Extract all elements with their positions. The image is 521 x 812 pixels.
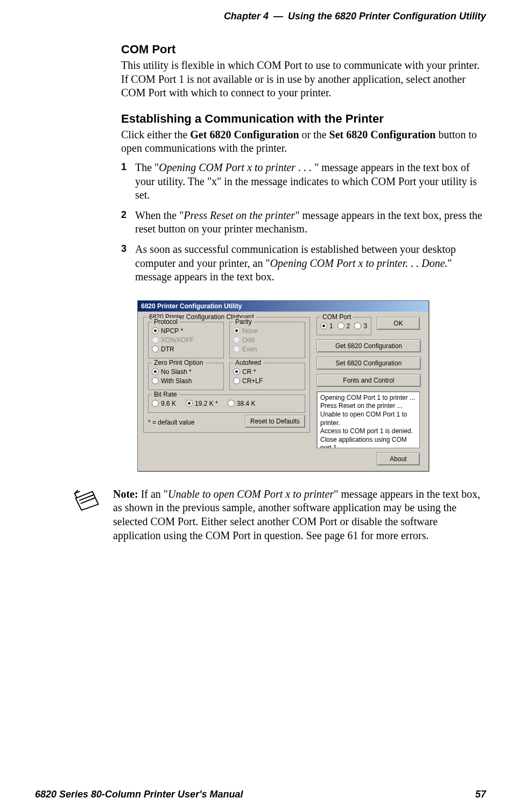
section-establish-heading: Establishing a Communication with the Pr… xyxy=(121,112,486,126)
page-number: 57 xyxy=(475,789,486,800)
fonts-control-button[interactable]: Fonts and Control xyxy=(316,374,421,387)
parity-label: Parity xyxy=(233,318,254,326)
radio-parity-even[interactable]: Even xyxy=(233,345,301,353)
radio-label: NPCP * xyxy=(161,327,183,335)
step-number: 3 xyxy=(121,243,126,255)
note-icon xyxy=(73,488,102,542)
radio-label: 2 xyxy=(347,322,350,330)
zero-label: Zero Print Option xyxy=(152,359,205,366)
autofeed-label: Autofeed xyxy=(233,359,263,366)
chapter-number: 4 xyxy=(263,11,269,22)
bitrate-label: Bit Rate xyxy=(152,391,179,398)
step-2: 2 When the "Press Reset on the printer" … xyxy=(121,209,486,236)
message-box: Opening COM Port 1 to printer ... Press … xyxy=(316,391,420,448)
radio-dtr[interactable]: DTR xyxy=(152,345,220,353)
msg-line: Unable to open COM Port 1 to printer. xyxy=(320,411,416,427)
bold-set-config: Set 6820 Configuration xyxy=(329,129,436,140)
italic-msg: Opening COM Port x to printer . . . xyxy=(159,161,314,173)
radio-icon xyxy=(233,345,240,352)
radio-label: With Slash xyxy=(161,377,192,385)
radio-label: None xyxy=(242,327,258,335)
radio-icon xyxy=(354,322,361,329)
radio-noslash[interactable]: No Slash * xyxy=(152,368,220,376)
text: If an " xyxy=(138,488,168,500)
msg-line: Press Reset on the printer ... xyxy=(320,402,416,411)
reset-defaults-button[interactable]: Reset to Defaults xyxy=(245,415,305,428)
bitrate-group: Bit Rate 9.6 K 19.2 K * 38.4 K xyxy=(148,394,305,413)
italic-msg: Press Reset on the printer xyxy=(184,209,295,221)
section-com-port-heading: COM Port xyxy=(121,43,486,57)
radio-192k[interactable]: 19.2 K * xyxy=(186,400,218,407)
italic-msg: Unable to open COM Port x to printer xyxy=(168,488,334,500)
text: When the " xyxy=(135,209,184,221)
radio-parity-odd[interactable]: Odd xyxy=(233,336,301,344)
radio-icon xyxy=(152,327,159,334)
dialog-screenshot: 6820 Printer Configuration Utility 6820 … xyxy=(137,300,486,471)
comport-group: COM Port 1 2 3 xyxy=(316,317,371,335)
radio-384k[interactable]: 38.4 K xyxy=(228,400,256,407)
radio-label: 3 xyxy=(363,322,367,330)
msg-line: Close applications using COM port 1 xyxy=(320,436,416,448)
default-hint: * = default value xyxy=(148,419,194,426)
radio-icon xyxy=(152,345,159,352)
radio-xonxoff[interactable]: XON/XOFF xyxy=(152,336,220,344)
radio-label: 38.4 K xyxy=(237,400,256,407)
main-content: COM Port This utility is flexible in whi… xyxy=(121,43,486,471)
radio-icon xyxy=(152,400,159,407)
set-config-button[interactable]: Set 6820 Configuration xyxy=(316,357,421,370)
radio-icon xyxy=(233,336,240,343)
radio-parity-none[interactable]: None xyxy=(233,327,301,335)
comport-label: COM Port xyxy=(320,313,353,321)
running-head: Chapter 4 — Using the 6820 Printer Confi… xyxy=(35,11,486,22)
radio-com3[interactable]: 3 xyxy=(354,322,367,330)
msg-line: Access to COM port 1 is denied. xyxy=(320,427,416,436)
section-com-port-para: This utility is flexible in which COM Po… xyxy=(121,59,486,100)
about-button[interactable]: About xyxy=(377,453,420,465)
manual-title: 6820 Series 80-Column Printer User's Man… xyxy=(35,789,243,800)
radio-cr[interactable]: CR * xyxy=(233,368,301,376)
note-lead: Note: xyxy=(113,488,138,500)
radio-icon xyxy=(320,322,327,329)
radio-crlf[interactable]: CR+LF xyxy=(233,377,301,385)
radio-icon xyxy=(152,368,159,375)
note-text: Note: If an "Unable to open COM Port x t… xyxy=(113,488,486,542)
radio-com1[interactable]: 1 xyxy=(320,322,333,330)
protocol-label: Protocol xyxy=(152,318,180,326)
radio-npcp[interactable]: NPCP * xyxy=(152,327,220,335)
radio-label: XON/XOFF xyxy=(161,336,194,344)
autofeed-group: Autofeed CR * CR+LF xyxy=(229,363,305,390)
radio-icon xyxy=(233,368,240,375)
radio-label: Odd xyxy=(242,336,255,344)
text: Click either the xyxy=(121,129,190,140)
radio-label: CR * xyxy=(242,368,256,376)
text: or the xyxy=(299,129,329,140)
radio-withslash[interactable]: With Slash xyxy=(152,377,220,385)
bold-get-config: Get 6820 Configuration xyxy=(190,129,299,140)
config-utility-window: 6820 Printer Configuration Utility 6820 … xyxy=(137,300,429,471)
radio-label: No Slash * xyxy=(161,368,192,376)
radio-icon xyxy=(152,336,159,343)
clipboard-group: 6820 Printer Configuration Clipboard Pro… xyxy=(143,317,310,433)
radio-icon xyxy=(228,400,235,407)
radio-icon xyxy=(233,377,240,384)
radio-icon xyxy=(233,327,240,334)
radio-icon xyxy=(337,322,344,329)
msg-line: Opening COM Port 1 to printer ... xyxy=(320,394,416,403)
step-3: 3 As soon as successful communication is… xyxy=(121,243,486,284)
ok-button[interactable]: OK xyxy=(377,317,420,330)
radio-96k[interactable]: 9.6 K xyxy=(152,400,176,407)
italic-msg: Opening COM Port x to printer. . . Done. xyxy=(270,257,448,269)
radio-label: Even xyxy=(242,345,257,353)
radio-icon xyxy=(152,377,159,384)
numbered-steps: 1 The "Opening COM Port x to printer . .… xyxy=(121,161,486,284)
chapter-title: Using the 6820 Printer Configuration Uti… xyxy=(288,11,486,22)
get-config-button[interactable]: Get 6820 Configuration xyxy=(316,340,421,352)
chapter-label: Chapter xyxy=(224,11,260,22)
protocol-group: Protocol NPCP * XON/XOFF DTR xyxy=(148,322,224,358)
text: The " xyxy=(135,161,159,173)
radio-icon xyxy=(186,400,193,407)
radio-label: DTR xyxy=(161,345,174,353)
radio-label: CR+LF xyxy=(242,377,263,385)
radio-label: 19.2 K * xyxy=(195,400,218,407)
radio-com2[interactable]: 2 xyxy=(337,322,350,330)
